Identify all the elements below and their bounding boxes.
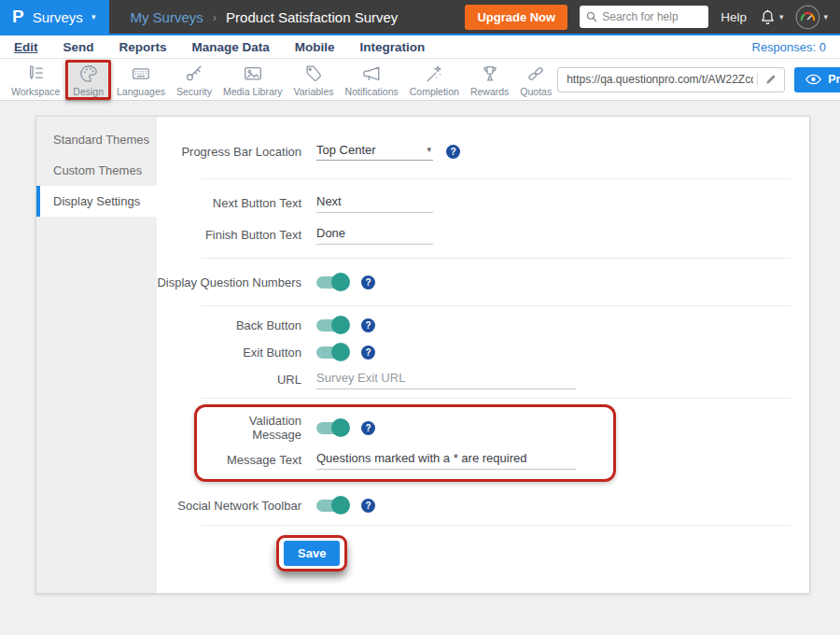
toolbar-item-quotas[interactable]: Quotas — [514, 61, 557, 99]
finish-button-text-row: Finish Button Text — [157, 223, 791, 246]
survey-url-input[interactable] — [567, 73, 753, 86]
toolbar-item-rewards[interactable]: Rewards — [465, 61, 514, 99]
help-link[interactable]: Help — [721, 10, 747, 24]
tag-icon — [303, 64, 324, 84]
progress-bar-location-select[interactable]: Top Center ▾ — [316, 143, 433, 161]
product-menu[interactable]: P Surveys ▾ — [0, 0, 109, 34]
toggle-knob — [331, 418, 350, 437]
avatar — [795, 5, 820, 30]
next-button-text-input[interactable] — [316, 192, 433, 213]
responses-count[interactable]: Responses: 0 — [752, 40, 827, 54]
help-icon[interactable]: ? — [361, 499, 375, 513]
help-search[interactable] — [580, 6, 708, 28]
breadcrumb-separator-icon: › — [213, 10, 217, 24]
back-button-toggle[interactable] — [316, 319, 348, 332]
upgrade-now-button[interactable]: Upgrade Now — [465, 5, 567, 30]
eye-icon — [805, 74, 821, 85]
toolbar-item-notifications[interactable]: Notifications — [340, 61, 404, 99]
save-annotation-box: Save — [276, 535, 347, 572]
help-icon[interactable]: ? — [361, 421, 375, 435]
validation-message-row: Validation Message ? — [197, 414, 613, 442]
toolbar-label: Security — [176, 86, 212, 97]
toolbar-item-design[interactable]: Design — [65, 60, 111, 100]
back-button-row: Back Button ? — [157, 314, 791, 336]
pencil-icon — [764, 73, 777, 86]
chevron-down-icon: ▾ — [823, 13, 828, 21]
toolbar-item-security[interactable]: Security — [171, 61, 217, 99]
megaphone-icon — [361, 64, 382, 84]
tab-integration[interactable]: Integration — [360, 40, 426, 54]
key-icon — [184, 64, 204, 84]
search-icon — [586, 10, 597, 23]
toolbar-label: Design — [73, 86, 104, 97]
display-question-numbers-row: Display Question Numbers ? — [157, 271, 791, 293]
account-menu-button[interactable]: ▾ — [795, 5, 828, 30]
tab-mobile[interactable]: Mobile — [295, 40, 335, 54]
next-button-text-label: Next Button Text — [157, 196, 301, 210]
progress-bar-location-label: Progress Bar Location — [157, 145, 301, 159]
survey-nav: Edit Send Reports Manage Data Mobile Int… — [0, 35, 840, 59]
help-icon[interactable]: ? — [361, 318, 375, 332]
toolbar-label: Variables — [294, 86, 334, 97]
validation-message-toggle[interactable] — [316, 422, 348, 434]
toolbar-item-languages[interactable]: Languages — [111, 61, 171, 99]
toolbar-item-media-library[interactable]: Media Library — [217, 61, 288, 99]
edit-url-button[interactable] — [757, 73, 777, 86]
toolbar-label: Media Library — [223, 86, 283, 97]
finish-button-text-label: Finish Button Text — [157, 228, 301, 242]
selected-value: Top Center — [316, 143, 376, 157]
back-button-label: Back Button — [157, 318, 301, 332]
chevron-down-icon: ▾ — [779, 13, 784, 21]
toggle-knob — [331, 316, 350, 334]
settings-content: Progress Bar Location Top Center ▾ ? Nex… — [157, 117, 809, 593]
breadcrumb-my-surveys[interactable]: My Surveys — [130, 9, 203, 25]
tab-reports[interactable]: Reports — [119, 40, 167, 54]
breadcrumb-survey-title: Product Satisfaction Survey — [226, 9, 398, 25]
themes-sidebar: Standard Themes Custom Themes Display Se… — [36, 117, 157, 593]
toggle-knob — [331, 496, 350, 515]
save-button[interactable]: Save — [284, 541, 340, 566]
chain-link-icon — [525, 64, 546, 84]
workspace-icon — [25, 64, 46, 84]
sidebar-item-display-settings[interactable]: Display Settings — [36, 186, 157, 217]
toolbar-label: Notifications — [345, 86, 399, 97]
toolbar-item-workspace[interactable]: Workspace — [6, 61, 65, 99]
magic-wand-icon — [424, 64, 444, 84]
display-question-numbers-label: Display Question Numbers — [157, 275, 301, 289]
survey-url-field[interactable] — [557, 67, 785, 92]
message-text-input[interactable] — [316, 449, 576, 470]
toolbar-item-variables[interactable]: Variables — [288, 61, 340, 99]
sidebar-item-standard-themes[interactable]: Standard Themes — [36, 124, 157, 155]
finish-button-text-input[interactable] — [316, 224, 433, 245]
notifications-bell-button[interactable]: ▾ — [759, 8, 784, 26]
exit-button-label: Exit Button — [157, 346, 301, 360]
help-icon[interactable]: ? — [361, 346, 375, 360]
social-network-toolbar-toggle[interactable] — [316, 500, 348, 512]
sidebar-item-custom-themes[interactable]: Custom Themes — [36, 155, 157, 186]
validation-annotation-box: Validation Message ? Message Text — [194, 404, 616, 482]
chevron-down-icon: ▾ — [91, 13, 96, 21]
toolbar-label: Languages — [117, 86, 165, 97]
chevron-down-icon: ▾ — [427, 146, 431, 154]
exit-url-input[interactable] — [316, 369, 576, 389]
preview-button[interactable]: Preview — [794, 67, 840, 92]
message-text-row: Message Text — [197, 448, 613, 471]
breadcrumb: My Surveys › Product Satisfaction Survey — [130, 9, 398, 25]
tab-edit[interactable]: Edit — [14, 40, 38, 54]
social-network-toolbar-label: Social Network Toolbar — [157, 499, 301, 513]
tab-manage-data[interactable]: Manage Data — [192, 40, 270, 54]
toolbar-item-completion[interactable]: Completion — [404, 61, 465, 99]
tab-send[interactable]: Send — [63, 40, 94, 54]
product-menu-label: Surveys — [33, 9, 83, 25]
image-icon — [243, 64, 263, 84]
display-question-numbers-toggle[interactable] — [316, 276, 348, 289]
help-search-input[interactable] — [602, 10, 702, 23]
exit-button-toggle[interactable] — [316, 346, 348, 359]
keyboard-icon — [131, 64, 151, 84]
help-icon[interactable]: ? — [361, 275, 375, 289]
top-bar: P Surveys ▾ My Surveys › Product Satisfa… — [0, 0, 840, 35]
exit-url-row: URL — [157, 368, 791, 390]
help-icon[interactable]: ? — [446, 145, 460, 159]
toggle-knob — [331, 343, 350, 361]
divider — [202, 525, 791, 526]
